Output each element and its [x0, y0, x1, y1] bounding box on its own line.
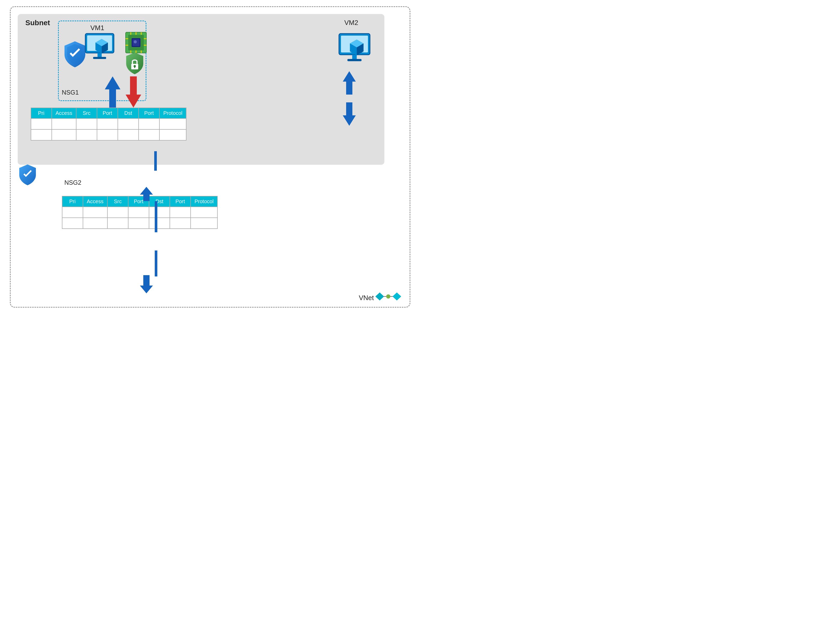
nsg2-label: NSG2	[65, 179, 81, 186]
table-cell	[159, 118, 186, 129]
svg-marker-26	[105, 76, 120, 107]
table-cell	[170, 218, 191, 229]
arrow-blue-down-below-table2	[139, 275, 154, 294]
table-row	[31, 129, 186, 140]
vnet-label: VNet	[359, 294, 374, 302]
svg-marker-30	[140, 275, 153, 293]
table2-wrapper: Pri Access Src Port Dst Port Protocol	[62, 196, 259, 229]
arrow-blue-up-vm1	[104, 76, 122, 109]
table-cell	[52, 118, 76, 129]
table1-col-port1: Port	[97, 108, 118, 118]
svg-marker-45	[393, 293, 401, 301]
table-cell	[83, 207, 107, 218]
blue-line-table2-down	[154, 250, 158, 277]
table-cell	[149, 218, 170, 229]
table-cell	[191, 218, 218, 229]
table-cell	[191, 207, 218, 218]
arrow-blue-up-table2	[139, 187, 154, 202]
table1-col-dst: Dst	[118, 108, 139, 118]
table1-col-access: Access	[52, 108, 76, 118]
arrow-red-down-vm1	[124, 76, 142, 109]
table-cell	[170, 207, 191, 218]
svg-marker-43	[376, 293, 384, 301]
table1-col-pri: Pri	[31, 108, 52, 118]
table-cell	[97, 118, 118, 129]
arrow-vm2-up	[341, 71, 357, 96]
table-cell	[31, 118, 52, 129]
table2-col-port2: Port	[170, 196, 191, 207]
svg-rect-40	[347, 59, 361, 61]
svg-rect-28	[154, 151, 157, 171]
svg-rect-32	[155, 250, 157, 277]
blue-line-table2-up	[154, 201, 158, 233]
vm2-label: VM2	[344, 19, 358, 27]
svg-marker-27	[126, 76, 141, 107]
table1-col-protocol: Protocol	[159, 108, 186, 118]
table-cell	[139, 118, 159, 129]
table-cell	[139, 129, 159, 140]
svg-point-22	[134, 40, 137, 43]
svg-rect-7	[93, 57, 106, 59]
table-cell	[107, 218, 128, 229]
vm1-monitor-icon	[84, 32, 115, 65]
table-cell	[128, 207, 149, 218]
table2-col-access: Access	[83, 196, 107, 207]
nsg2-shield-icon	[17, 164, 38, 184]
table2-col-pri: Pri	[62, 196, 83, 207]
nsg1-label: NSG1	[62, 89, 79, 96]
table2-col-src: Src	[107, 196, 128, 207]
svg-rect-25	[134, 66, 135, 68]
table-cell	[83, 218, 107, 229]
table-cell	[128, 218, 149, 229]
vm1-label: VM1	[90, 24, 104, 32]
table-cell	[62, 207, 83, 218]
arrow-vm2-down	[341, 102, 357, 127]
table1-col-src: Src	[76, 108, 97, 118]
table-cell	[159, 129, 186, 140]
vm2-monitor-icon	[338, 32, 371, 67]
table-cell	[31, 129, 52, 140]
svg-point-44	[386, 294, 390, 299]
table-cell	[107, 207, 128, 218]
table-cell	[118, 118, 139, 129]
table-cell	[76, 118, 97, 129]
svg-rect-31	[155, 201, 157, 232]
table-cell	[97, 129, 118, 140]
table1-wrapper: Pri Access Src Port Dst Port Protocol	[31, 107, 228, 140]
svg-marker-42	[343, 102, 356, 126]
arrow-blue-connector-down	[152, 151, 159, 172]
vnet-icon	[374, 290, 403, 304]
table-cell	[149, 207, 170, 218]
subnet-label: Subnet	[25, 19, 50, 27]
svg-marker-29	[140, 187, 153, 201]
table-cell	[62, 218, 83, 229]
table-cell	[76, 129, 97, 140]
svg-marker-41	[343, 71, 356, 94]
table-cell	[52, 129, 76, 140]
table-row	[62, 218, 218, 229]
table-row	[62, 207, 218, 218]
table2-col-protocol: Protocol	[191, 196, 218, 207]
lock-shield-icon	[124, 52, 145, 76]
diagram-container: Subnet VM1 NSG1 VM2 NSG2	[10, 6, 411, 308]
table-cell	[118, 129, 139, 140]
nsg1-table: Pri Access Src Port Dst Port Protocol	[31, 107, 187, 140]
table1-col-port2: Port	[139, 108, 159, 118]
table-row	[31, 118, 186, 129]
